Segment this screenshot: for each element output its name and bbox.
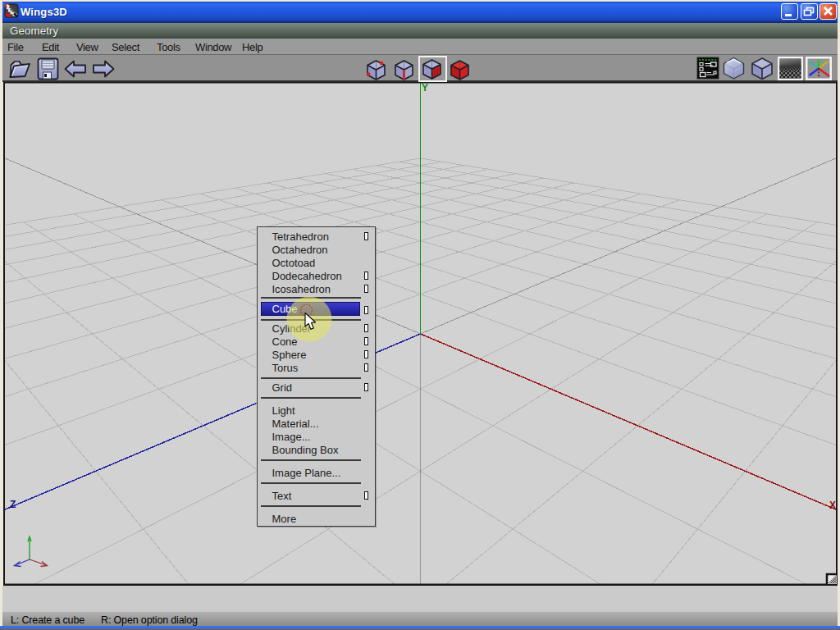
svg-text:X: X [829, 500, 836, 511]
svg-text:Y: Y [422, 82, 428, 94]
svg-text:Z: Z [10, 499, 16, 510]
